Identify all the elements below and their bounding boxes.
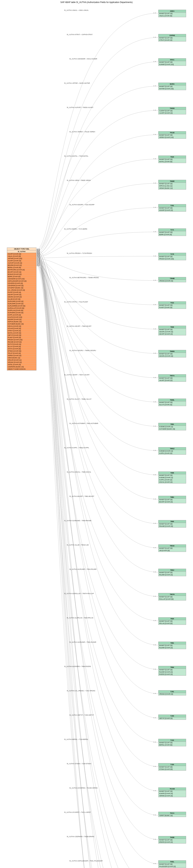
target-row: KOTABNR [NUMC (3)] bbox=[159, 428, 186, 430]
edge-label: SI_AUTHA-CEERKRS = TKEB-ERKRS bbox=[67, 836, 94, 837]
cardinality-tgt: 0..N bbox=[154, 110, 156, 111]
target-row: MANDT [CLNT (3)] bbox=[159, 499, 186, 501]
source-row: VSTEL [CHAR (4)] bbox=[7, 364, 36, 366]
edge-label: SI_AUTHA-GEART = T606-GEART bbox=[67, 325, 91, 327]
source-row: KTRAT [CHAR (4)] bbox=[7, 330, 36, 332]
target-row: GEGRU [CHAR (2)] bbox=[159, 331, 186, 333]
edge-label: SI_AUTHA-KDGRP = T151-KDGRP bbox=[69, 204, 94, 206]
target-header: TKA09 bbox=[159, 787, 186, 790]
source-row: ANLKL [CHAR (8)] bbox=[7, 255, 36, 257]
edge-label: SI_AUTHA-CO_VRGNG = TJ01-VRGNG bbox=[67, 690, 95, 692]
target-table: TKEBMANDT [CLNT (3)]ERKRS [CHAR (4)] bbox=[158, 836, 186, 843]
edge-label: SI_AUTHA-PRODH = T179-PRODH bbox=[67, 252, 92, 254]
cardinality-tgt: 0..N bbox=[154, 717, 156, 718]
source-header2: SI_AUTHA bbox=[7, 250, 36, 253]
target-header: TKCA bbox=[159, 812, 186, 814]
cardinality-tgt: 0..N bbox=[154, 571, 156, 573]
source-row: GLRLDNR [CHAR (2)] bbox=[7, 303, 36, 305]
edge-label: SI_AUTHA-BOART = T6B1-BOART bbox=[69, 495, 94, 497]
target-table: MARAMANDT [CLNT (3)]MATNR [CHAR (18)] bbox=[158, 83, 186, 90]
cardinality-tgt: 0..N bbox=[154, 644, 156, 646]
target-row: MANDT [CLNT (3)] bbox=[159, 353, 186, 355]
edge-label: SI_AUTHA-AUFART = T003O-AUART bbox=[67, 106, 93, 108]
edge-label: SI_AUTHA-BERSL = TJ10-BERSL bbox=[64, 739, 88, 740]
target-table: TKCAASPET [NUMC (3)] bbox=[158, 812, 186, 817]
target-row: RNAME [CHAR (6)] bbox=[159, 525, 186, 527]
cardinality-tgt: 0..N bbox=[154, 669, 156, 670]
target-row: RPLAN [CHAR (8)] bbox=[159, 622, 186, 625]
source-row: FKART [CHAR (4)] bbox=[7, 291, 36, 293]
edge-label: SI_AUTHA-OBTYP = TJ03-OBTYP bbox=[69, 714, 94, 716]
target-row: MANDT [CLNT (3)] bbox=[159, 304, 186, 306]
target-header: T082E bbox=[159, 180, 186, 183]
edge-label: SI_AUTHA-GLRPLAN = T820-RPLAN bbox=[67, 617, 93, 619]
edge-label: SI_AUTHA-SLCAT = T608L-SLCAT bbox=[67, 398, 91, 400]
edge-label: SI_AUTHA-GLLIB = T801K-LIB bbox=[67, 544, 89, 546]
target-table: T881MANDT [CLNT (3)]RLDNR [CHAR (2)] bbox=[158, 642, 186, 649]
target-table: T801KMANDT [CLNT (3)]LIB [CHAR (3)] bbox=[158, 545, 186, 552]
target-header: TKEB bbox=[159, 836, 186, 839]
cardinality-tgt: 0..N bbox=[154, 523, 156, 524]
target-row: MANDT [CLNT (3)] bbox=[159, 474, 186, 476]
target-row: RGJNR [CHAR (4)] bbox=[159, 574, 186, 576]
edge-label: SI_AUTHA-GLRNAME = T800-RNAME bbox=[64, 520, 92, 522]
target-header: TJ10 bbox=[159, 739, 186, 742]
target-row: MATKL [CHAR (9)] bbox=[159, 161, 186, 163]
target-row: GEART [CHAR (4)] bbox=[159, 333, 186, 335]
cardinality-tgt: 0..N bbox=[154, 158, 156, 159]
edge-label: SI_AUTHA-KOTABNR = T681-KOTABNR bbox=[69, 423, 98, 424]
target-header: T820 bbox=[159, 618, 186, 620]
source-row: VEREH [CHAR (4)] bbox=[7, 354, 36, 357]
target-table: KNA1MANDT [CLNT (3)]KUNNR [CHAR (10)] bbox=[158, 58, 186, 66]
diagram-canvas: OBJECT TYPE TABLSI_AUTHAAKART [CHAR (2)]… bbox=[0, 4, 193, 868]
target-header: T606G bbox=[159, 350, 186, 353]
target-header: KNA1 bbox=[159, 59, 186, 61]
target-table: T607AMANDT [CLNT (3)]AKART [CHAR (2)] bbox=[158, 374, 186, 382]
target-table: T151MANDT [CLNT (3)]KDGRP [CHAR (2)] bbox=[158, 204, 186, 212]
source-row: TPLST [CHAR (4)] bbox=[7, 352, 36, 354]
source-row: CEPALEDGER [CHAR (2)] bbox=[7, 280, 36, 282]
target-row: MANDT [CLNT (3)] bbox=[159, 85, 186, 88]
cardinality-tgt: 0..N bbox=[154, 231, 156, 232]
target-row: RLDNR [CHAR (2)] bbox=[159, 647, 186, 649]
target-header: TJ01 bbox=[159, 690, 186, 693]
source-row: GLROLLUP [CHAR (8)] bbox=[7, 307, 36, 309]
cardinality-src: 0..N bbox=[37, 265, 40, 266]
target-header: T807H bbox=[159, 593, 186, 596]
target-header: T801K bbox=[159, 545, 186, 547]
target-row: VRGNG [CHAR (4)] bbox=[159, 280, 186, 282]
source-row: CEVERSN [CHAR (3)] bbox=[7, 284, 36, 287]
target-table: T608LMANDT [CLNT (3)]SLCAT [CHAR (4)] bbox=[158, 399, 186, 406]
target-table: T894MANDT [CLNT (3)]RLDNR [CHAR (2)]RVER… bbox=[158, 666, 186, 676]
target-header: T681 bbox=[159, 423, 186, 426]
source-row: GLRLDNR8E [CHAR (8)] bbox=[7, 305, 36, 307]
source-row: PRODH [CHAR (18)] bbox=[7, 339, 36, 341]
target-table: ANKAMANDT [CLNT (3)]ANLKL [CHAR (8)] bbox=[158, 10, 186, 17]
target-row: BERSL [CHAR (8)] bbox=[159, 744, 186, 746]
edge-label: SI_AUTHA-GLRGJNR = T80IJ-RGJNR bbox=[69, 568, 97, 570]
source-row: CEERKRS [NUMC (4)] bbox=[7, 366, 36, 368]
target-table: TKELMANDT [CLNT (3)]PALEDGER [CHAR (2)] bbox=[158, 860, 186, 868]
edge-label: SI_AUTHA-KTRAT = CKPHS-KTRAT bbox=[67, 34, 93, 35]
target-table: T023MANDT [CLNT (3)]MATKL [CHAR (9)] bbox=[158, 156, 186, 163]
cardinality-tgt: 0..N bbox=[154, 790, 156, 792]
cardinality-tgt: 0..N bbox=[154, 61, 156, 62]
target-table: T082EMANDT [CLNT (3)]SPRAS [LANG (1)]VIE… bbox=[158, 180, 186, 190]
target-row: ASPET [NUMC (3)] bbox=[159, 814, 186, 817]
edge-label: SI_AUTHA-GLROLLUP = T807H-ROLLUP bbox=[64, 593, 94, 594]
edge-label: SI_AUTHA-VEREH = T011E-VEREH bbox=[69, 131, 95, 133]
target-table: TJ03OBTYP [CHAR (3)] bbox=[158, 715, 186, 720]
source-row: BONUS [CHAR (2)] bbox=[7, 273, 36, 276]
target-table: T179MANDT [CLNT (3)]PRODH [CHAR (18)] bbox=[158, 253, 186, 260]
target-header: T685 bbox=[159, 472, 186, 474]
target-table: T354BVRGNG [CHAR (4)] bbox=[158, 277, 186, 282]
source-row: KOTABNR [NUMC (3)] bbox=[7, 323, 36, 325]
cardinality-tgt: 0..N bbox=[154, 255, 156, 257]
source-row: GEGRU [CHAR (2)] bbox=[7, 296, 36, 298]
target-header: T003O bbox=[159, 107, 186, 110]
target-header: T6B1 bbox=[159, 496, 186, 499]
edge-label: SI_AUTHA-ANLKL = ANKA-ANLKL bbox=[64, 9, 89, 11]
target-row: KAPPL [CHAR (2)] bbox=[159, 452, 186, 455]
cardinality-tgt: 0..N bbox=[154, 547, 156, 549]
cardinality-tgt: 0..N bbox=[154, 838, 156, 840]
